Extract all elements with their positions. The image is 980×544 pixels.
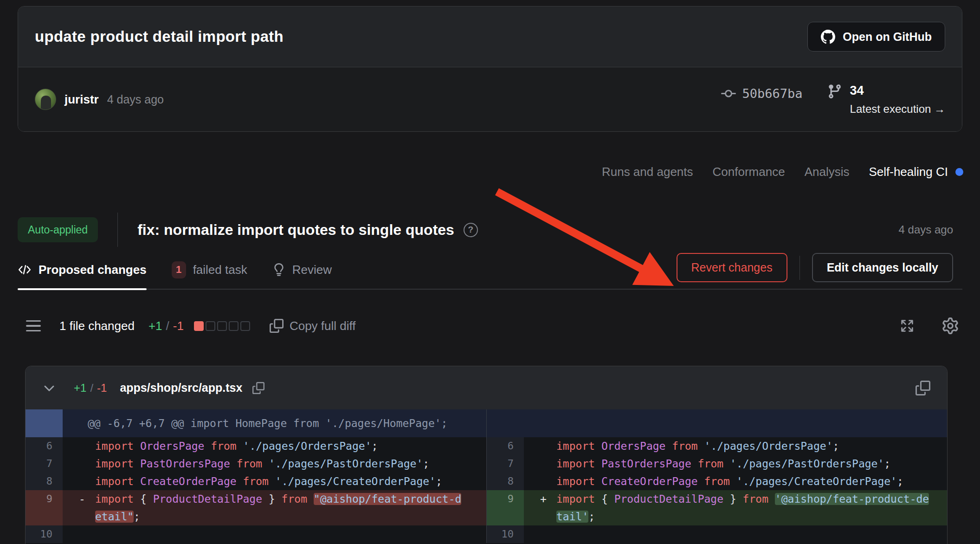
failed-count-badge: 1 xyxy=(172,261,186,278)
diff-line-7: 7import PastOrdersPage from './pages/Pas… xyxy=(26,455,486,473)
branch-group: 34 Latest execution → xyxy=(827,84,945,116)
copy-full-diff-label: Copy full diff xyxy=(290,319,356,333)
fix-timestamp: 4 days ago xyxy=(899,223,953,236)
expand-fullscreen-icon[interactable] xyxy=(899,318,915,334)
header-card: update product detail import path Open o… xyxy=(18,6,962,132)
copy-filename-icon[interactable] xyxy=(252,382,264,394)
line-number: 6 xyxy=(26,437,63,455)
copy-file-diff-icon[interactable] xyxy=(916,381,930,395)
code-text: +import { ProductDetailPage } from '@ais… xyxy=(524,490,947,525)
diff-block-empty xyxy=(206,321,215,331)
diff-line-10: 10 xyxy=(26,525,486,543)
tab-runs-and-agents[interactable]: Runs and agents xyxy=(602,165,693,179)
tab-proposed-changes[interactable]: Proposed changes xyxy=(18,250,147,289)
diff-card: +1 / -1 apps/shop/src/app.tsx @@ -6,7 +6… xyxy=(25,366,948,544)
deletions-count: -1 xyxy=(173,319,184,333)
commit-meta: 50b667ba 34 Latest execution → xyxy=(721,84,946,116)
tab-failed-task-label: failed task xyxy=(193,263,247,277)
commit-icon xyxy=(721,86,736,101)
diff-right-rows: 6import OrdersPage from './pages/OrdersP… xyxy=(487,437,947,543)
diff-block-empty xyxy=(240,321,250,331)
run-count[interactable]: 34 xyxy=(850,84,945,98)
code-text: import OrdersPage from './pages/OrdersPa… xyxy=(524,437,947,455)
file-deletions: -1 xyxy=(97,382,107,395)
open-on-github-button[interactable]: Open on GitHub xyxy=(807,22,945,52)
tab-self-healing-ci-label: Self-healing CI xyxy=(869,165,948,179)
diff-block-filled xyxy=(194,321,204,331)
author-name: juristr xyxy=(64,92,99,107)
file-diff-stats: +1 / -1 xyxy=(74,382,107,395)
file-stats-separator: / xyxy=(90,382,93,395)
code-text: import OrdersPage from './pages/OrdersPa… xyxy=(63,437,486,455)
avatar xyxy=(35,89,56,110)
diff-progress-blocks xyxy=(194,321,250,331)
collapse-chevron-icon[interactable] xyxy=(42,381,56,395)
fix-title: fix: normalize import quotes to single q… xyxy=(137,221,454,239)
github-icon xyxy=(821,30,835,44)
files-changed-label: 1 file changed xyxy=(59,319,135,333)
line-number: 8 xyxy=(26,473,63,490)
diff-line-6: 6import OrdersPage from './pages/OrdersP… xyxy=(26,437,486,455)
page-title: update product detail import path xyxy=(35,28,284,45)
auto-applied-badge: Auto-applied xyxy=(18,217,98,242)
line-number: 8 xyxy=(487,473,524,490)
line-number: 7 xyxy=(26,455,63,473)
tab-proposed-changes-label: Proposed changes xyxy=(39,263,147,277)
tab-review[interactable]: Review xyxy=(272,250,332,289)
code-icon xyxy=(18,263,32,277)
line-number: 9 xyxy=(487,490,524,525)
diff-line-6: 6import OrdersPage from './pages/OrdersP… xyxy=(487,437,947,455)
line-number: 9 xyxy=(26,490,63,525)
diff-line-9: 9-import { ProductDetailPage } from "@ai… xyxy=(26,490,486,525)
diff-block-empty xyxy=(217,321,227,331)
commit-hash: 50b667ba xyxy=(742,86,803,101)
revert-changes-button[interactable]: Revert changes xyxy=(677,253,787,282)
tab-review-label: Review xyxy=(292,263,332,277)
divider xyxy=(117,213,118,247)
tab-failed-task[interactable]: 1 failed task xyxy=(172,250,247,289)
code-text xyxy=(63,525,486,543)
hunk-header: @@ -6,7 +6,7 @@ import HomePage from './… xyxy=(26,409,486,437)
git-branch-icon xyxy=(827,84,843,99)
additions-count: +1 xyxy=(148,319,162,333)
code-text: -import { ProductDetailPage } from "@ais… xyxy=(63,490,486,525)
diff-marker: - xyxy=(79,490,85,508)
diff-line-8: 8import CreateOrderPage from './pages/Cr… xyxy=(26,473,486,490)
file-header: +1 / -1 apps/shop/src/app.tsx xyxy=(26,366,947,409)
line-number: 10 xyxy=(26,525,63,543)
code-text: import PastOrdersPage from './pages/Past… xyxy=(524,455,947,473)
gear-icon[interactable] xyxy=(942,317,959,334)
code-text: import CreateOrderPage from './pages/Cre… xyxy=(524,473,947,490)
hunk-header-right xyxy=(487,409,947,437)
diff-marker: + xyxy=(540,490,547,508)
diff-pane-left: @@ -6,7 +6,7 @@ import HomePage from './… xyxy=(26,409,486,543)
diff-body: @@ -6,7 +6,7 @@ import HomePage from './… xyxy=(26,409,947,543)
edit-changes-locally-button[interactable]: Edit changes locally xyxy=(812,253,953,282)
commit-link[interactable]: 50b667ba xyxy=(721,86,803,101)
latest-execution-link[interactable]: Latest execution → xyxy=(850,103,945,116)
tab-conformance[interactable]: Conformance xyxy=(713,165,785,179)
diff-line-7: 7import PastOrdersPage from './pages/Pas… xyxy=(487,455,947,473)
fix-actions: Revert changes Edit changes locally xyxy=(677,253,953,282)
diff-stats: +1 / -1 xyxy=(148,319,184,333)
notification-dot xyxy=(955,168,963,176)
line-number: 7 xyxy=(487,455,524,473)
help-icon[interactable]: ? xyxy=(464,223,478,237)
header-meta-row: juristr 4 days ago 50b667ba 34 Latest ex… xyxy=(18,67,962,131)
tab-self-healing-ci[interactable]: Self-healing CI xyxy=(869,165,963,179)
diff-line-10: 10 xyxy=(487,525,947,543)
diff-block-empty xyxy=(229,321,239,331)
code-text: import CreateOrderPage from './pages/Cre… xyxy=(63,473,486,490)
divider xyxy=(799,256,800,280)
diff-line-9: 9+import { ProductDetailPage } from '@ai… xyxy=(487,490,947,525)
file-list-menu-icon[interactable] xyxy=(26,320,41,332)
toolbar-right-icons xyxy=(899,317,959,334)
tab-analysis[interactable]: Analysis xyxy=(805,165,850,179)
code-text: import PastOrdersPage from './pages/Past… xyxy=(63,455,486,473)
file-additions: +1 xyxy=(74,382,86,395)
fix-header-row: Auto-applied fix: normalize import quote… xyxy=(18,213,953,247)
copy-full-diff-button[interactable]: Copy full diff xyxy=(270,319,356,333)
file-name: apps/shop/src/app.tsx xyxy=(120,381,242,395)
clipboard-icon xyxy=(270,319,284,333)
commit-author: juristr 4 days ago xyxy=(35,89,164,110)
